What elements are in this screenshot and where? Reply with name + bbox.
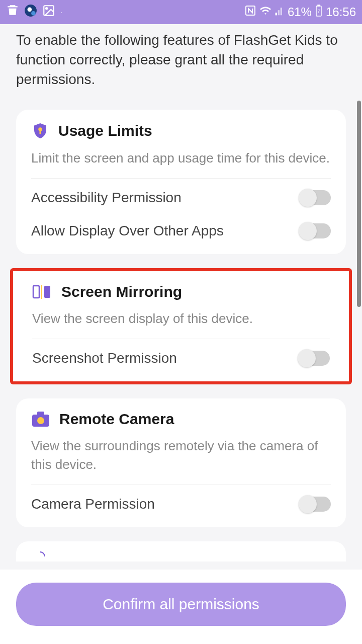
svg-rect-13 <box>44 286 50 298</box>
bottom-bar: Confirm all permissions <box>0 570 362 644</box>
permission-row[interactable]: Screenshot Permission <box>32 339 330 369</box>
svg-point-16 <box>37 417 44 424</box>
card-title: Usage Limits <box>58 122 152 139</box>
remote-camera-card: Remote Camera View the surroundings remo… <box>16 398 346 527</box>
svg-rect-10 <box>40 130 41 134</box>
partial-card <box>16 541 346 561</box>
svg-text:7: 7 <box>317 9 320 14</box>
svg-point-4 <box>46 8 47 9</box>
intro-text: To enable the following features of Flas… <box>0 24 362 110</box>
overlay-toggle[interactable] <box>299 223 331 238</box>
svg-rect-15 <box>37 412 44 416</box>
wifi-icon <box>259 5 272 20</box>
mirror-icon <box>32 284 52 300</box>
permission-row[interactable]: Accessibility Permission <box>31 179 331 209</box>
usage-limits-card: Usage Limits Limit the screen and app us… <box>16 110 346 254</box>
card-title: Remote Camera <box>59 411 174 428</box>
scrollbar[interactable] <box>357 101 361 307</box>
camera-icon <box>31 411 50 428</box>
card-header: Usage Limits <box>31 122 331 140</box>
shield-icon <box>31 122 49 140</box>
camera-toggle[interactable] <box>299 497 331 512</box>
svg-point-2 <box>31 11 36 16</box>
permission-label: Allow Display Over Other Apps <box>31 223 224 239</box>
gallery-icon <box>42 4 55 20</box>
status-bar: · 61% 7 16:56 <box>0 0 362 24</box>
nfc-icon <box>244 5 256 20</box>
status-right: 61% 7 16:56 <box>244 5 356 20</box>
svg-rect-12 <box>41 285 42 299</box>
svg-rect-11 <box>33 286 39 298</box>
card-header: Screen Mirroring <box>32 283 330 300</box>
signal-icon <box>275 5 285 19</box>
svg-rect-7 <box>318 5 320 6</box>
permission-label: Camera Permission <box>31 496 155 512</box>
battery-icon: 7 <box>315 5 323 20</box>
card-header: Remote Camera <box>31 411 331 428</box>
status-left: · <box>6 4 62 20</box>
card-desc: Limit the screen and app usage time for … <box>31 149 331 179</box>
confirm-all-button[interactable]: Confirm all permissions <box>16 583 346 626</box>
card-desc: View the screen display of this device. <box>32 309 330 339</box>
screen-mirroring-card: Screen Mirroring View the screen display… <box>10 268 352 384</box>
permission-label: Screenshot Permission <box>32 350 177 366</box>
card-title: Screen Mirroring <box>61 283 182 300</box>
clock-time: 16:56 <box>326 5 356 19</box>
app-badge-icon <box>24 4 37 20</box>
screenshot-toggle[interactable] <box>298 351 330 366</box>
bag-icon <box>6 4 19 20</box>
dot-icon: · <box>60 8 62 16</box>
battery-percent: 61% <box>288 5 312 19</box>
card-desc: View the surroundings remotely via the c… <box>31 437 331 485</box>
content-area: Usage Limits Limit the screen and app us… <box>0 110 362 562</box>
permission-row[interactable]: Camera Permission <box>31 485 331 515</box>
partial-icon <box>31 551 49 561</box>
card-header <box>31 551 331 561</box>
accessibility-toggle[interactable] <box>299 190 331 205</box>
svg-point-1 <box>28 8 32 12</box>
permission-row[interactable]: Allow Display Over Other Apps <box>31 209 331 242</box>
permission-label: Accessibility Permission <box>31 190 182 206</box>
